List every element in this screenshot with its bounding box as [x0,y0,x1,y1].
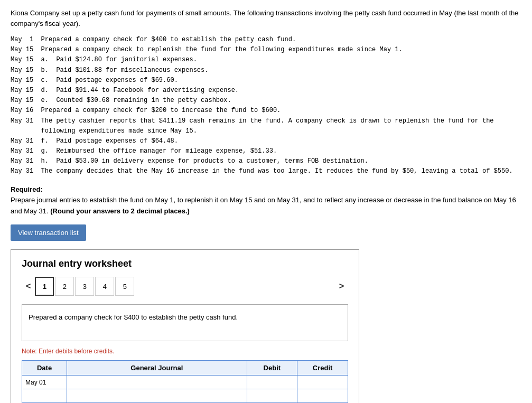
gj-cell-1[interactable] [67,389,247,403]
intro-paragraph: Kiona Company set up a petty cash fund f… [11,8,521,29]
note-text: Note: Enter debits before credits. [22,348,348,355]
transactions-block: May 1 Prepared a company check for $400 … [11,35,521,177]
tab-2[interactable]: 2 [55,277,74,296]
col-header-debit: Debit [247,361,297,376]
gj-input-0[interactable] [70,379,243,386]
credit-cell-0[interactable] [297,376,348,389]
credit-cell-1[interactable] [297,389,348,403]
debit-cell-1[interactable] [247,389,297,403]
table-row: May 01 [22,376,348,389]
credit-input-1[interactable] [301,392,344,400]
credit-input-0[interactable] [301,379,344,386]
table-row [22,389,348,403]
required-label: Required: [11,185,43,193]
gj-input-1[interactable] [70,392,243,400]
tab-prev-button[interactable]: < [22,279,35,293]
col-header-date: Date [22,361,67,376]
view-transaction-list-button[interactable]: View transaction list [11,224,86,241]
tabs-row: < 1 2 3 4 5 > [22,277,348,296]
transaction-description: Prepared a company check for $400 to est… [22,304,348,341]
required-bold: (Round your answers to 2 decimal places.… [50,207,190,215]
tab-3[interactable]: 3 [75,277,94,296]
tab-next-button[interactable]: > [335,279,348,293]
tab-4[interactable]: 4 [95,277,114,296]
date-cell-0: May 01 [22,376,67,389]
debit-cell-0[interactable] [247,376,297,389]
worksheet-container: Journal entry worksheet < 1 2 3 4 5 > Pr… [11,249,359,403]
debit-input-1[interactable] [250,392,294,400]
worksheet-title: Journal entry worksheet [22,258,348,269]
date-cell-1 [22,389,67,403]
tab-5[interactable]: 5 [115,277,134,296]
debit-input-0[interactable] [250,379,294,386]
tab-1[interactable]: 1 [35,277,54,296]
col-header-gj: General Journal [67,361,247,376]
required-section: Required: Prepare journal entries to est… [11,184,521,217]
journal-table: Date General Journal Debit Credit May 01 [22,360,348,403]
gj-cell-0[interactable] [67,376,247,389]
col-header-credit: Credit [297,361,348,376]
